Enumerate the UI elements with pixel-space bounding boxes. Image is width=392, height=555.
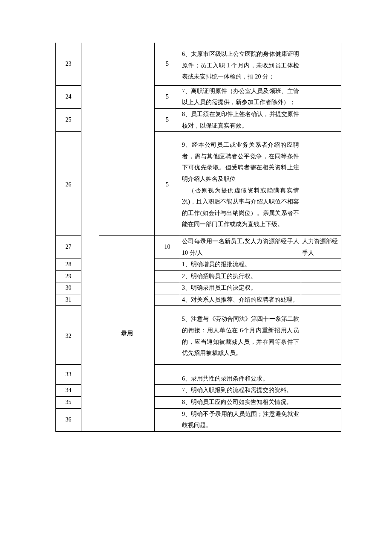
- row-number: 23: [56, 43, 81, 85]
- row-desc: 公司每录用一名新员工,奖人力资源部经手人 10 分/人: [180, 235, 301, 259]
- row-score: [155, 270, 180, 282]
- row-number: 34: [56, 385, 81, 397]
- row-score: 5: [155, 108, 180, 131]
- row-number: 32: [56, 306, 81, 364]
- row-resp: 人力资源部经手人: [301, 235, 341, 259]
- row-resp: [301, 306, 341, 364]
- row-resp: [301, 385, 341, 397]
- row-number: 24: [56, 85, 81, 108]
- row-number: 27: [56, 235, 81, 259]
- row-desc: 1、明确增员的报批流程。: [180, 259, 301, 271]
- row-desc: 6、太原市区级以上公立医院的身体健康证明原件；员工入职 1 个月内，未收到员工体…: [180, 43, 301, 85]
- row-resp: [301, 282, 341, 294]
- table-row: 23 5 6、太原市区级以上公立医院的身体健康证明原件；员工入职 1 个月内，未…: [56, 43, 341, 85]
- hr-policy-table: 23 5 6、太原市区级以上公立医院的身体健康证明原件；员工入职 1 个月内，未…: [55, 43, 341, 432]
- row-desc: 2、明确招聘员工的执行权。: [180, 270, 301, 282]
- row-desc: 8、员工须在复印件上签名确认，并提交原件核对，以保证真实有效。: [180, 108, 301, 131]
- section-label-cell: 录用: [99, 235, 155, 431]
- row-resp: [301, 408, 341, 431]
- row-score: 5: [155, 43, 180, 85]
- row-score: 10: [155, 235, 180, 259]
- row-score: [155, 306, 180, 364]
- row-score: 5: [155, 132, 180, 236]
- row-number: 28: [56, 259, 81, 271]
- row-desc: 8、明确员工应向公司如实告知相关情况。: [180, 397, 301, 409]
- row-desc: 6、录用共性的录用条件和要求。: [180, 364, 301, 385]
- row-score: [155, 294, 180, 306]
- row-desc: 7、离职证明原件（办公室人员及领班、主管以上人员的需提供，新参加工作者除外）；: [180, 85, 301, 108]
- row-desc: 4、对关系人员推荐、介绍的应聘者的处理。: [180, 294, 301, 306]
- row-score: [155, 408, 180, 431]
- row-score: [155, 282, 180, 294]
- group-col-a: [81, 43, 99, 431]
- row-number: 33: [56, 364, 81, 385]
- row-desc: 7、明确入职报到的流程和需提交的资料。: [180, 385, 301, 397]
- row-number: 31: [56, 294, 81, 306]
- row-desc: 3、明确录用员工的决定权。: [180, 282, 301, 294]
- row-score: [155, 397, 180, 409]
- row-desc: 5、注意与《劳动合同法》第四十一条第二款的衔接：用人单位在 6个月内重新招用人员…: [180, 306, 301, 364]
- row-number: 26: [56, 132, 81, 236]
- row-number: 36: [56, 408, 81, 431]
- row-score: [155, 259, 180, 271]
- row-desc: 9、经本公司员工或业务关系者介绍的应聘者，需与其他应聘者公平竞争，在同等条件下可…: [180, 132, 301, 236]
- group-col-b-upper: [99, 43, 155, 235]
- row-resp: [301, 43, 341, 85]
- row-number: 25: [56, 108, 81, 131]
- row-desc: 9、明确不予录用的人员范围；注意避免就业歧视问题。: [180, 408, 301, 431]
- row-resp: [301, 259, 341, 271]
- row-score: [155, 364, 180, 385]
- row-score: [155, 385, 180, 397]
- row-number: 30: [56, 282, 81, 294]
- row-resp: [301, 132, 341, 236]
- row-resp: [301, 397, 341, 409]
- row-resp: [301, 364, 341, 385]
- row-resp: [301, 294, 341, 306]
- row-resp: [301, 85, 341, 108]
- row-resp: [301, 270, 341, 282]
- row-number: 35: [56, 397, 81, 409]
- row-score: 5: [155, 85, 180, 108]
- row-number: 29: [56, 270, 81, 282]
- row-resp: [301, 108, 341, 131]
